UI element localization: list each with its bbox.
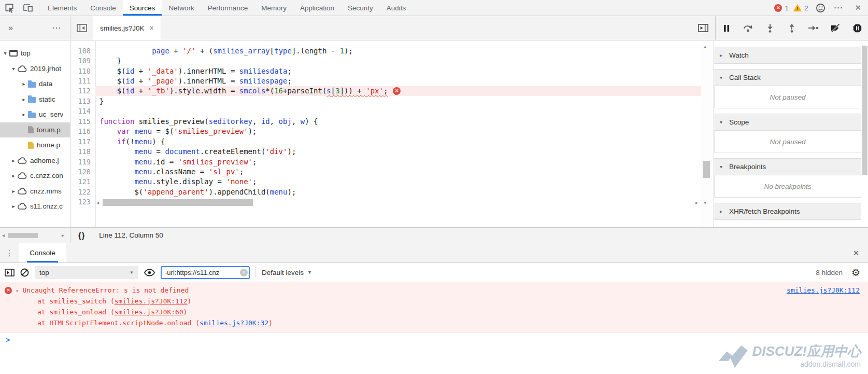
scrollbar-thumb[interactable] [103,199,253,206]
code-line-text[interactable] [95,106,701,116]
clear-filter-icon[interactable]: × [240,269,248,276]
inspect-element-icon[interactable] [0,0,19,16]
line-number[interactable]: 113 [70,97,95,105]
tree-item-uc-serv[interactable]: ▸uc_serv [0,107,70,122]
line-number[interactable]: 111 [70,77,95,85]
line-number[interactable]: 114 [70,107,95,115]
expand-error-icon[interactable]: ▸ [16,288,19,293]
code-line-text[interactable]: $(id + '_data').innerHTML = smiliesdata; [95,66,701,76]
tab-console[interactable]: Console [83,0,123,16]
section-header-watch[interactable]: ▸Watch [714,47,861,64]
error-source-link[interactable]: smilies.js?J0K:112 [787,286,860,294]
tab-audits[interactable]: Audits [380,0,413,16]
more-panes-icon[interactable]: » [8,23,13,33]
expand-arrow-icon[interactable]: ▸ [10,203,17,209]
code-line-text[interactable]: function smilies_preview(seditorkey, id,… [95,116,701,126]
line-number[interactable]: 118 [70,147,95,156]
tab-security[interactable]: Security [341,0,380,16]
tab-console[interactable]: Console [19,243,66,262]
tree-item-2019-jrhot[interactable]: ▾2019.jrhot [0,61,70,77]
stack-source-link[interactable]: smilies.js?J0K:112 [115,297,188,305]
tree-item-home-p[interactable]: home.p [0,137,70,153]
scroll-right-icon[interactable]: ▸ [62,228,64,243]
line-number[interactable]: 117 [70,137,95,146]
line-number[interactable]: 109 [70,57,95,65]
tab-network[interactable]: Network [162,0,201,16]
code-line-text[interactable]: if(!menu) { [95,136,701,146]
tab-sources[interactable]: Sources [123,0,162,16]
scrollbar-thumb[interactable] [862,46,867,175]
step-into-button[interactable] [759,24,781,33]
line-number[interactable]: 110 [70,67,95,75]
expand-arrow-icon[interactable]: ▾ [10,66,17,72]
editor-horizontal-scrollbar[interactable]: ◂ ▸ [95,198,699,207]
code-editor[interactable]: 108 page + '/' + (smilies_array[type].le… [70,41,701,227]
hide-debugger-sidebar-icon[interactable] [691,24,715,32]
code-line-text[interactable]: } [95,56,701,65]
expand-arrow-icon[interactable]: ▸ [21,81,27,87]
scrollbar-thumb[interactable] [8,233,38,238]
section-header-xhr-fetch-breakpoints[interactable]: ▸XHR/fetch Breakpoints [714,203,861,220]
expand-arrow-icon[interactable]: ▸ [10,158,17,163]
file-tab-smilies[interactable]: smilies.js?J0K × [93,16,161,40]
close-devtools-icon[interactable]: ✕ [855,3,861,12]
tree-item-adhome-j[interactable]: ▸adhome.j [0,153,70,169]
pause-script-button[interactable] [716,24,737,32]
line-number[interactable]: 121 [70,177,95,186]
log-levels-select[interactable]: Default levels ▼ [262,269,312,276]
expand-arrow-icon[interactable]: ▸ [10,188,17,194]
code-line-text[interactable]: $('append_parent').appendChild(menu); [95,187,701,197]
section-header-breakpoints[interactable]: ▾Breakpoints [714,158,861,175]
tree-item-static[interactable]: ▸static [0,92,70,107]
editor-vertical-scrollbar[interactable]: ▴ ▾ [701,41,712,227]
line-number[interactable]: 108 [70,47,95,55]
sidebar-scrollbar[interactable] [861,41,868,227]
section-header-scope[interactable]: ▾Scope [714,114,861,131]
section-header-call-stack[interactable]: ▾Call Stack [714,69,861,86]
scroll-right-icon[interactable]: ▸ [695,198,698,207]
expand-arrow-icon[interactable]: ▸ [21,96,27,102]
navigator-more-icon[interactable]: ⋯ [52,22,62,34]
line-number[interactable]: 119 [70,158,95,166]
step-button[interactable] [803,24,824,32]
scroll-down-icon[interactable]: ▾ [704,198,706,207]
line-number[interactable]: 116 [70,127,95,135]
code-line-text[interactable]: $(id + '_page').innerHTML = smiliespage; [95,76,701,86]
feedback-smiley-icon[interactable] [816,3,826,13]
tab-memory[interactable]: Memory [254,0,293,16]
line-number[interactable]: 120 [70,168,95,176]
show-console-sidebar-icon[interactable] [5,269,15,276]
scroll-left-icon[interactable]: ◂ [96,198,99,207]
tab-application[interactable]: Application [293,0,341,16]
line-number[interactable]: 123 [70,198,95,206]
clear-console-icon[interactable] [20,268,29,277]
step-out-button[interactable] [781,24,803,33]
tab-elements[interactable]: Elements [41,0,83,16]
tree-item-cnzz-mms[interactable]: ▸cnzz.mms [0,184,70,199]
tree-item-s11-cnzz-c[interactable]: ▸s11.cnzz.c [0,199,70,214]
toggle-device-toolbar-icon[interactable] [19,0,37,16]
error-badge-icon[interactable]: ✕ [393,87,401,95]
pause-on-exceptions-button[interactable] [846,24,868,33]
pretty-print-button[interactable]: {} [78,231,85,240]
deactivate-breakpoints-button[interactable] [824,24,846,32]
expand-arrow-icon[interactable]: ▸ [10,173,17,178]
step-over-button[interactable] [737,24,759,32]
more-options-icon[interactable]: ⋯ [833,2,843,13]
code-line-text[interactable]: var menu = $('smilies_preview'); [95,127,701,136]
error-count-badge[interactable]: ✕ 1 [774,4,789,12]
tree-item-c-cnzz-con[interactable]: ▸c.cnzz.con [0,168,70,184]
line-number[interactable]: 122 [70,188,95,196]
code-line-text[interactable]: menu.style.display = 'none'; [95,177,701,187]
stack-source-link[interactable]: smilies.js?J0K:60 [115,308,183,316]
code-line-text[interactable]: menu.className = 'sl_pv'; [95,167,701,176]
tree-item-top[interactable]: ▾top [0,46,70,61]
filter-input[interactable] [161,266,250,279]
code-line-text[interactable]: menu.id = 'smilies_preview'; [95,157,701,167]
scroll-left-icon[interactable]: ◂ [2,228,5,243]
scrollbar-thumb[interactable] [703,161,710,178]
code-line-text[interactable]: $(id + '_tb').style.width = smcols*(16+p… [95,86,701,96]
navigator-horizontal-scrollbar[interactable]: ◂ ▸ [0,228,70,243]
tree-item-forum-p[interactable]: forum.p [0,122,70,138]
close-drawer-icon[interactable]: ✕ [844,243,868,262]
